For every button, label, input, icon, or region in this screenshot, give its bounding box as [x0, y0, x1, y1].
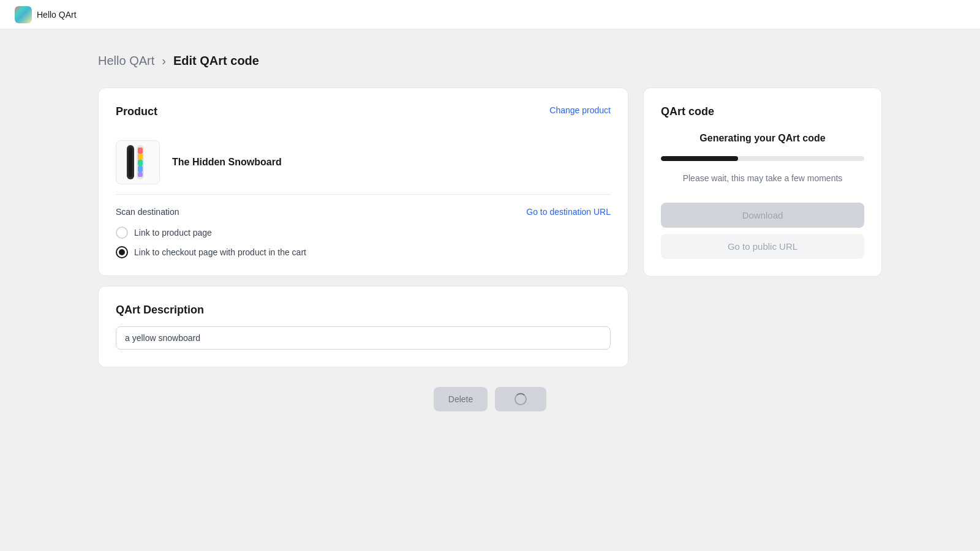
radio-option-product-page[interactable]: Link to product page	[116, 227, 611, 239]
qart-code-title: QArt code	[661, 105, 864, 118]
product-image	[116, 140, 160, 184]
progress-bar-fill	[661, 156, 738, 161]
saving-button[interactable]	[495, 387, 546, 411]
breadcrumb: Hello QArt › Edit QArt code	[98, 54, 882, 68]
app-logo	[15, 6, 32, 23]
spinner-icon	[514, 393, 527, 405]
progress-bar-container	[661, 156, 864, 161]
generating-text: Generating your QArt code	[661, 133, 864, 144]
product-card-header: Product Change product	[116, 105, 611, 118]
right-column: QArt code Generating your QArt code Plea…	[643, 88, 882, 277]
scan-destination-section: Scan destination Go to destination URL L…	[116, 207, 611, 258]
breadcrumb-separator: ›	[162, 54, 166, 68]
radio-label-product-page: Link to product page	[134, 228, 212, 238]
description-input[interactable]	[116, 326, 611, 350]
svg-rect-5	[138, 160, 143, 166]
product-name: The Hidden Snowboard	[172, 157, 282, 168]
qart-code-card: QArt code Generating your QArt code Plea…	[643, 88, 882, 277]
svg-rect-6	[138, 166, 143, 172]
snowboard-illustration	[123, 143, 153, 182]
product-info: The Hidden Snowboard	[116, 130, 611, 195]
scan-destination-radio-group: Link to product page Link to checkout pa…	[116, 227, 611, 258]
download-button[interactable]: Download	[661, 203, 864, 228]
radio-circle-checkout-page	[116, 246, 128, 258]
top-nav: Hello QArt	[0, 0, 980, 29]
description-card-title: QArt Description	[116, 304, 611, 317]
logo-image	[15, 6, 32, 23]
nav-app-name: Hello QArt	[37, 10, 77, 20]
main-content: Hello QArt › Edit QArt code Product Chan…	[0, 29, 980, 436]
radio-dot-checkout-page	[119, 249, 125, 255]
page-layout: Product Change product	[98, 88, 882, 367]
change-product-link[interactable]: Change product	[549, 105, 611, 115]
svg-rect-7	[138, 172, 143, 177]
radio-label-checkout-page: Link to checkout page with product in th…	[134, 247, 306, 257]
delete-button[interactable]: Delete	[434, 387, 488, 411]
breadcrumb-current: Edit QArt code	[173, 54, 259, 68]
qart-buttons: Download Go to public URL	[661, 203, 864, 259]
public-url-button[interactable]: Go to public URL	[661, 234, 864, 259]
scan-destination-label: Scan destination	[116, 207, 179, 217]
radio-option-checkout-page[interactable]: Link to checkout page with product in th…	[116, 246, 611, 258]
wait-text: Please wait, this may take a few moments	[661, 173, 864, 183]
description-card: QArt Description	[98, 286, 628, 367]
svg-rect-4	[138, 154, 143, 160]
radio-circle-product-page	[116, 227, 128, 239]
svg-rect-1	[129, 148, 132, 177]
product-card: Product Change product	[98, 88, 628, 276]
bottom-actions: Delete	[98, 387, 882, 411]
product-card-title: Product	[116, 105, 157, 118]
left-column: Product Change product	[98, 88, 628, 367]
scan-destination-header: Scan destination Go to destination URL	[116, 207, 611, 217]
go-to-destination-url-link[interactable]: Go to destination URL	[526, 207, 611, 217]
svg-rect-3	[138, 148, 143, 154]
breadcrumb-home[interactable]: Hello QArt	[98, 54, 154, 68]
